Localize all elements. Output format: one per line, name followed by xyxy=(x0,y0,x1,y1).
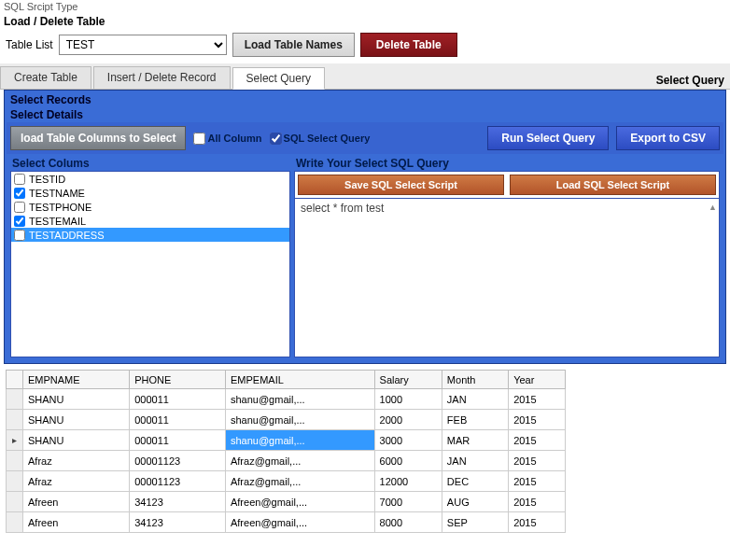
grid-column-header[interactable]: Salary xyxy=(374,371,442,389)
grid-cell[interactable]: SHANU xyxy=(23,410,130,430)
table-row[interactable]: SHANU000011shanu@gmail,...1000JAN2015 xyxy=(7,389,566,410)
row-header[interactable] xyxy=(7,451,23,471)
columns-listbox[interactable]: TESTIDTESTNAMETESTPHONETESTEMAILTESTADDR… xyxy=(10,171,290,357)
sql-select-checkbox[interactable]: SQL Select Query xyxy=(270,133,371,145)
column-item[interactable]: TESTID xyxy=(11,172,289,186)
load-sql-script-button[interactable]: Load SQL Select Script xyxy=(510,175,716,195)
results-grid[interactable]: EMPNAMEPHONEEMPEMAILSalaryMonthYear SHAN… xyxy=(6,370,566,533)
table-list-dropdown[interactable]: TEST xyxy=(59,35,227,55)
grid-cell[interactable]: 6000 xyxy=(374,451,442,471)
load-table-names-button[interactable]: Load Table Names xyxy=(232,33,355,57)
grid-cell[interactable]: 7000 xyxy=(374,492,442,512)
grid-cell[interactable]: Afraz@gmail,... xyxy=(225,451,374,471)
grid-cell[interactable]: 2015 xyxy=(509,451,566,471)
grid-cell[interactable]: Afreen@gmail,... xyxy=(225,492,374,512)
column-label: TESTPHONE xyxy=(29,202,91,213)
table-row[interactable]: Afraz00001123Afraz@gmail,...6000JAN2015 xyxy=(7,451,566,471)
grid-cell[interactable]: 3000 xyxy=(374,430,442,451)
grid-cell[interactable]: 34123 xyxy=(130,512,226,533)
grid-cell[interactable]: SHANU xyxy=(23,389,130,410)
tab-create-table[interactable]: Create Table xyxy=(0,66,91,89)
select-query-panel: Select Records Select Details load Table… xyxy=(4,90,726,364)
grid-cell[interactable]: 34123 xyxy=(130,492,226,512)
grid-cell[interactable]: 2015 xyxy=(509,492,566,512)
select-records-title: Select Records xyxy=(7,92,723,107)
select-details-title: Select Details xyxy=(7,107,723,122)
grid-cell[interactable]: Afreen xyxy=(23,492,130,512)
row-header[interactable] xyxy=(7,430,23,451)
scroll-up-icon: ▲ xyxy=(709,203,717,212)
grid-cell[interactable]: 000011 xyxy=(130,389,226,410)
grid-cell[interactable]: Afraz xyxy=(23,451,130,471)
grid-column-header[interactable]: EMPEMAIL xyxy=(225,371,374,389)
column-checkbox[interactable] xyxy=(14,174,25,185)
column-item[interactable]: TESTEMAIL xyxy=(11,214,289,228)
grid-cell[interactable]: 000011 xyxy=(130,430,226,451)
grid-cell[interactable]: 12000 xyxy=(374,471,442,492)
table-row[interactable]: Afraz00001123Afraz@gmail,...12000DEC2015 xyxy=(7,471,566,492)
grid-cell[interactable]: JAN xyxy=(442,389,508,410)
row-header[interactable] xyxy=(7,410,23,430)
table-row[interactable]: Afreen34123Afreen@gmail,...7000AUG2015 xyxy=(7,492,566,512)
column-checkbox[interactable] xyxy=(14,216,25,227)
grid-cell[interactable]: 2015 xyxy=(509,410,566,430)
tab-select-query[interactable]: Select Query xyxy=(232,67,325,90)
grid-cell[interactable]: Afreen@gmail,... xyxy=(225,512,374,533)
tab-insert-delete[interactable]: Insert / Delete Record xyxy=(93,66,231,89)
table-row[interactable]: SHANU000011shanu@gmail,...3000MAR2015 xyxy=(7,430,566,451)
grid-cell[interactable]: SHANU xyxy=(23,430,130,451)
column-label: TESTADDRESS xyxy=(29,230,104,241)
grid-cell[interactable]: FEB xyxy=(442,410,508,430)
grid-cell[interactable]: 00001123 xyxy=(130,471,226,492)
grid-cell[interactable]: JAN xyxy=(442,451,508,471)
select-columns-head: Select Colums xyxy=(10,156,290,171)
table-list-label: Table List xyxy=(6,38,53,51)
grid-column-header[interactable]: PHONE xyxy=(130,371,226,389)
write-sql-head: Write Your Select SQL Query xyxy=(294,156,720,171)
grid-cell[interactable]: 2015 xyxy=(509,471,566,492)
grid-cell[interactable]: shanu@gmail,... xyxy=(225,430,374,451)
all-column-checkbox[interactable]: All Column xyxy=(193,133,261,145)
row-header[interactable] xyxy=(7,512,23,533)
grid-cell[interactable]: Afreen xyxy=(23,512,130,533)
grid-column-header[interactable]: Year xyxy=(509,371,566,389)
grid-cell[interactable]: shanu@gmail,... xyxy=(225,389,374,410)
grid-column-header[interactable]: EMPNAME xyxy=(23,371,130,389)
grid-cell[interactable]: 00001123 xyxy=(130,451,226,471)
grid-cell[interactable]: shanu@gmail,... xyxy=(225,410,374,430)
grid-cell[interactable]: 2000 xyxy=(374,410,442,430)
column-item[interactable]: TESTNAME xyxy=(11,186,289,200)
load-delete-header: Load / Delete Table xyxy=(0,13,730,30)
grid-column-header[interactable]: Month xyxy=(442,371,508,389)
load-columns-button[interactable]: load Table Columns to Select xyxy=(10,126,186,150)
grid-cell[interactable]: 2015 xyxy=(509,512,566,533)
column-checkbox[interactable] xyxy=(14,188,25,199)
grid-cell[interactable]: Afraz@gmail,... xyxy=(225,471,374,492)
grid-cell[interactable]: Afraz xyxy=(23,471,130,492)
row-header[interactable] xyxy=(7,471,23,492)
run-select-button[interactable]: Run Select Query xyxy=(487,126,609,150)
grid-cell[interactable]: 2015 xyxy=(509,389,566,410)
save-sql-script-button[interactable]: Save SQL Select Script xyxy=(298,175,504,195)
row-header[interactable] xyxy=(7,389,23,410)
grid-cell[interactable]: 8000 xyxy=(374,512,442,533)
column-item[interactable]: TESTPHONE xyxy=(11,200,289,214)
column-item[interactable]: TESTADDRESS xyxy=(11,228,289,242)
delete-table-button[interactable]: Delete Table xyxy=(360,33,457,57)
grid-cell[interactable]: SEP xyxy=(442,512,508,533)
grid-cell[interactable]: 1000 xyxy=(374,389,442,410)
column-checkbox[interactable] xyxy=(14,230,25,241)
grid-cell[interactable]: MAR xyxy=(442,430,508,451)
column-label: TESTNAME xyxy=(29,188,85,199)
table-row[interactable]: Afreen34123Afreen@gmail,...8000SEP2015 xyxy=(7,512,566,533)
grid-cell[interactable]: 000011 xyxy=(130,410,226,430)
column-label: TESTEMAIL xyxy=(29,216,86,227)
grid-cell[interactable]: DEC xyxy=(442,471,508,492)
row-header[interactable] xyxy=(7,492,23,512)
sql-textarea[interactable]: select * from test xyxy=(295,199,719,357)
export-csv-button[interactable]: Export to CSV xyxy=(616,126,720,150)
table-row[interactable]: SHANU000011shanu@gmail,...2000FEB2015 xyxy=(7,410,566,430)
column-checkbox[interactable] xyxy=(14,202,25,213)
grid-cell[interactable]: AUG xyxy=(442,492,508,512)
grid-cell[interactable]: 2015 xyxy=(509,430,566,451)
